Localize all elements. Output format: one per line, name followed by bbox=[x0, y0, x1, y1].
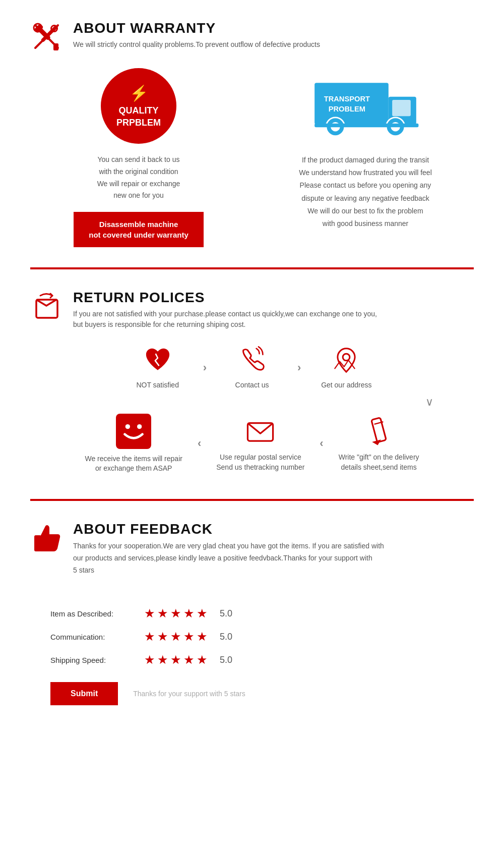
flow-label-write-gift: Write "gift" on the deliverydetails shee… bbox=[339, 453, 419, 472]
warranty-title: ABOUT WARRANTY bbox=[73, 20, 320, 36]
return-title: RETURN POLICES bbox=[73, 290, 377, 306]
star-5: ★ bbox=[197, 630, 208, 644]
rating-score-communication: 5.0 bbox=[220, 632, 232, 642]
flow-postal: Use regular postal serviceSend us thetra… bbox=[216, 415, 304, 472]
rating-score-described: 5.0 bbox=[220, 608, 232, 619]
submit-row: Submit Thanks for your support with 5 st… bbox=[50, 682, 474, 705]
flow-label-not-satisfied: NOT satisfied bbox=[136, 380, 179, 390]
phone-icon bbox=[237, 345, 267, 375]
pencil-icon bbox=[365, 415, 393, 447]
warranty-subtitle: We will strictly control quality problem… bbox=[73, 39, 320, 50]
flow-arrow-4: ‹ bbox=[320, 437, 323, 450]
star-4: ★ bbox=[183, 606, 195, 621]
flow-receive-items: We receive the items will repairor excha… bbox=[85, 414, 182, 474]
star-4: ★ bbox=[183, 653, 195, 667]
warranty-title-block: ABOUT WARRANTY We will strictly control … bbox=[73, 20, 320, 50]
quality-circle: ⚡ QUALITYPRPBLEM bbox=[101, 68, 176, 144]
svg-text:PROBLEM: PROBLEM bbox=[329, 105, 365, 113]
tools-icon bbox=[30, 20, 63, 53]
flow-label-receive-items: We receive the items will repairor excha… bbox=[85, 454, 182, 474]
star-2: ★ bbox=[157, 653, 168, 667]
transport-icon: TRANSPORT PROBLEM bbox=[310, 68, 421, 144]
return-header: RETURN POLICES If you are not satisfied … bbox=[30, 290, 474, 330]
return-section: RETURN POLICES If you are not satisfied … bbox=[0, 269, 504, 499]
chevron-down-icon: ∨ bbox=[30, 396, 474, 409]
svg-rect-17 bbox=[314, 124, 418, 127]
flow-contact-us: Contact us bbox=[222, 345, 282, 390]
lightning-icon: ⚡ bbox=[130, 83, 148, 103]
disassemble-button[interactable]: Disassemble machinenot covered under war… bbox=[74, 212, 204, 247]
warranty-header: ABOUT WARRANTY We will strictly control … bbox=[30, 20, 474, 53]
rating-table: Item as Described: ★ ★ ★ ★ ★ 5.0 Communi… bbox=[50, 606, 474, 667]
return-icon bbox=[30, 290, 63, 322]
svg-rect-7 bbox=[53, 43, 58, 50]
submit-note: Thanks for your support with 5 stars bbox=[133, 690, 245, 698]
flow-arrow-1: › bbox=[203, 361, 207, 374]
star-5: ★ bbox=[197, 653, 208, 667]
svg-rect-26 bbox=[34, 535, 41, 551]
star-4: ★ bbox=[183, 630, 195, 644]
svg-point-21 bbox=[137, 424, 142, 429]
submit-button[interactable]: Submit bbox=[50, 682, 118, 705]
transport-text: If the product damaged during the transi… bbox=[299, 154, 432, 230]
star-1: ★ bbox=[144, 606, 155, 621]
rating-label-communication: Communication: bbox=[50, 633, 136, 641]
thumbsup-icon bbox=[30, 521, 63, 554]
star-3: ★ bbox=[170, 630, 181, 644]
broken-heart-icon bbox=[143, 345, 173, 375]
quality-label: QUALITYPRPBLEM bbox=[116, 105, 161, 129]
rating-row-communication: Communication: ★ ★ ★ ★ ★ 5.0 bbox=[50, 630, 474, 644]
rating-label-shipping: Shipping Speed: bbox=[50, 656, 136, 664]
star-1: ★ bbox=[144, 653, 155, 667]
flow-arrow-2: › bbox=[297, 361, 301, 374]
rating-row-described: Item as Described: ★ ★ ★ ★ ★ 5.0 bbox=[50, 606, 474, 621]
star-3: ★ bbox=[170, 606, 181, 621]
happy-box-icon bbox=[116, 414, 151, 449]
quality-text: You can send it back to us with the orig… bbox=[97, 154, 180, 202]
star-1: ★ bbox=[144, 630, 155, 644]
stars-communication: ★ ★ ★ ★ ★ bbox=[144, 630, 208, 644]
star-2: ★ bbox=[157, 630, 168, 644]
rating-score-shipping: 5.0 bbox=[220, 655, 232, 665]
flow-label-contact-us: Contact us bbox=[235, 380, 269, 390]
flow-label-postal: Use regular postal serviceSend us thetra… bbox=[216, 453, 304, 472]
svg-point-20 bbox=[125, 424, 130, 429]
flow-write-gift: Write "gift" on the deliverydetails shee… bbox=[339, 415, 419, 472]
flow-bottom-row: We receive the items will repairor excha… bbox=[30, 414, 474, 474]
flow-label-get-address: Get our address bbox=[321, 380, 371, 390]
rating-label-described: Item as Described: bbox=[50, 609, 136, 618]
svg-rect-10 bbox=[392, 100, 411, 116]
flow-top-row: NOT satisfied › Contact us › bbox=[30, 345, 474, 390]
envelope-icon bbox=[244, 415, 277, 447]
feedback-text: Thanks for your sooperation.We are very … bbox=[73, 540, 384, 576]
star-5: ★ bbox=[197, 606, 208, 621]
flow-not-satisfied: NOT satisfied bbox=[128, 345, 188, 390]
svg-rect-23 bbox=[371, 418, 387, 442]
star-2: ★ bbox=[157, 606, 168, 621]
feedback-title-block: ABOUT FEEDBACK Thanks for your sooperati… bbox=[73, 521, 384, 591]
feedback-header: ABOUT FEEDBACK Thanks for your sooperati… bbox=[30, 521, 474, 591]
stars-described: ★ ★ ★ ★ ★ bbox=[144, 606, 208, 621]
return-subtitle: If you are not satisfied with your purch… bbox=[73, 309, 377, 330]
location-icon bbox=[331, 345, 361, 375]
svg-rect-8 bbox=[314, 83, 389, 124]
feedback-section: ABOUT FEEDBACK Thanks for your sooperati… bbox=[0, 501, 504, 725]
warranty-section: ABOUT WARRANTY We will strictly control … bbox=[0, 0, 504, 267]
transport-col: TRANSPORT PROBLEM If the product damaged… bbox=[257, 68, 474, 230]
rating-row-shipping: Shipping Speed: ★ ★ ★ ★ ★ 5.0 bbox=[50, 653, 474, 667]
star-3: ★ bbox=[170, 653, 181, 667]
quality-col: ⚡ QUALITYPRPBLEM You can send it back to… bbox=[30, 68, 247, 247]
svg-text:TRANSPORT: TRANSPORT bbox=[324, 95, 370, 103]
feedback-title: ABOUT FEEDBACK bbox=[73, 521, 384, 537]
svg-point-19 bbox=[343, 354, 350, 361]
return-title-block: RETURN POLICES If you are not satisfied … bbox=[73, 290, 377, 330]
flow-get-address: Get our address bbox=[316, 345, 376, 390]
warranty-content: ⚡ QUALITYPRPBLEM You can send it back to… bbox=[30, 68, 474, 247]
stars-shipping: ★ ★ ★ ★ ★ bbox=[144, 653, 208, 667]
flow-arrow-3: ‹ bbox=[198, 437, 201, 450]
